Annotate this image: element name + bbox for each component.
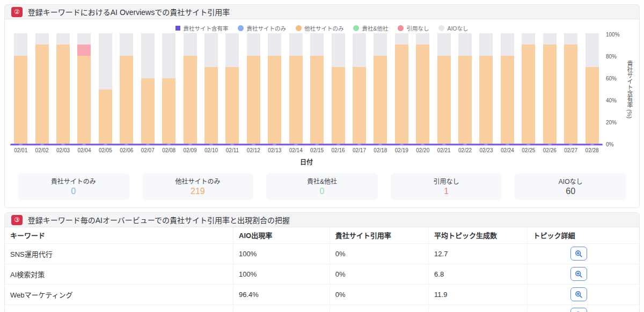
- line-point-marker: [209, 144, 213, 145]
- x-tick-02/11: 02/11: [222, 147, 243, 156]
- line-point-slot: [391, 144, 412, 145]
- stacked-bar-02/09[interactable]: [184, 33, 197, 145]
- legend-item-5[interactable]: AIOなし: [438, 24, 468, 32]
- stacked-bar-02/19[interactable]: [395, 33, 408, 145]
- bar-segment: [522, 44, 535, 145]
- line-point-slot: [475, 144, 496, 145]
- chart-panel-header: ② 登録キーワードにおけるAI Overviewsでの貴社サイト引用率: [5, 5, 639, 19]
- bar-segment: [332, 33, 345, 67]
- column-header-4: トピック詳細: [528, 227, 639, 243]
- stacked-bar-02/11[interactable]: [225, 33, 239, 145]
- legend-label: AIOなし: [447, 24, 468, 32]
- bar-segment: [77, 33, 91, 44]
- legend-item-2[interactable]: 他社サイトのみ: [296, 24, 344, 32]
- stacked-bar-02/08[interactable]: [162, 33, 175, 145]
- bar-slot-02/12: [243, 33, 264, 145]
- topic-detail-button-0[interactable]: [570, 247, 587, 261]
- line-point-marker: [82, 144, 86, 145]
- x-tick-02/28: 02/28: [581, 147, 602, 156]
- stacked-bar-02/26[interactable]: [543, 33, 557, 145]
- legend-label: 貴社&他社: [362, 24, 388, 32]
- stat-card-value: 0: [268, 187, 376, 196]
- bar-segment: [14, 33, 27, 56]
- legend-item-4[interactable]: 引用なし: [398, 24, 429, 32]
- line-point-slot: [95, 144, 116, 145]
- bar-segment: [543, 33, 557, 44]
- x-tick-02/20: 02/20: [412, 147, 433, 156]
- bar-slot-02/17: [349, 33, 370, 145]
- stacked-bar-02/13[interactable]: [268, 33, 281, 145]
- topic-detail-button-3[interactable]: [570, 308, 587, 312]
- cell-detail: [528, 284, 639, 304]
- stacked-bar-02/22[interactable]: [458, 33, 472, 145]
- stacked-bar-02/16[interactable]: [332, 33, 345, 145]
- line-point-marker: [400, 144, 404, 145]
- line-point-marker: [188, 144, 192, 145]
- cell-aio_rate: 25%: [233, 304, 330, 312]
- chart-plot: [10, 33, 603, 146]
- stacked-bar-02/04[interactable]: [77, 33, 91, 145]
- stacked-bar-02/27[interactable]: [564, 33, 577, 145]
- table-row-Webサイト制作: Webサイト制作25%0%3: [5, 304, 639, 312]
- stacked-bar-02/07[interactable]: [141, 33, 155, 145]
- stat-card-4: AIOなし60: [515, 173, 626, 200]
- stacked-bar-02/06[interactable]: [120, 33, 133, 145]
- stacked-bar-02/12[interactable]: [247, 33, 260, 145]
- stacked-bar-02/02[interactable]: [35, 33, 49, 145]
- legend-item-0[interactable]: 貴社サイト含有率: [175, 24, 228, 32]
- stacked-bar-02/14[interactable]: [289, 33, 303, 145]
- line-point-marker: [569, 144, 573, 145]
- stacked-bar-02/20[interactable]: [416, 33, 429, 145]
- bar-segment: [416, 33, 429, 44]
- line-point-slot: [116, 144, 137, 145]
- bar-slot-02/04: [74, 33, 94, 145]
- magnifier-plus-icon: [575, 291, 583, 299]
- x-tick-02/01: 02/01: [10, 147, 31, 156]
- cell-keyword: SNS運用代行: [5, 243, 233, 264]
- cell-avg_topics: 6.8: [429, 264, 528, 284]
- x-tick-02/13: 02/13: [264, 147, 285, 156]
- line-point-slot: [222, 144, 243, 145]
- stacked-bar-02/05[interactable]: [99, 33, 112, 145]
- x-axis-labels: 02/0102/0202/0302/0402/0502/0602/0702/08…: [10, 147, 603, 156]
- cell-detail: [528, 243, 639, 264]
- line-point-slot: [433, 144, 454, 145]
- column-header-2: 貴社サイト引用率: [330, 227, 428, 243]
- stat-card-1: 他社サイトのみ219: [142, 173, 254, 200]
- bar-segment: [353, 33, 366, 67]
- topic-detail-button-2[interactable]: [570, 287, 587, 301]
- stacked-bar-02/18[interactable]: [374, 33, 387, 145]
- x-tick-02/17: 02/17: [349, 147, 370, 156]
- x-tick-02/15: 02/15: [306, 147, 327, 156]
- x-tick-02/16: 02/16: [327, 147, 348, 156]
- bar-segment: [479, 56, 493, 145]
- legend-label: 貴社サイト含有率: [183, 24, 228, 32]
- keyword-table-panel: ③ 登録キーワード毎のAIオーバービューでの貴社サイト引用率と出現割合の把握 キ…: [4, 212, 640, 312]
- stacked-bar-02/25[interactable]: [522, 33, 535, 145]
- stacked-bar-02/15[interactable]: [310, 33, 324, 145]
- line-point-marker: [273, 144, 276, 145]
- stacked-bar-02/17[interactable]: [353, 33, 366, 145]
- stacked-bar-02/28[interactable]: [586, 33, 599, 145]
- topic-detail-button-1[interactable]: [570, 267, 587, 281]
- stacked-bar-02/03[interactable]: [56, 33, 70, 145]
- line-point-marker: [167, 144, 171, 145]
- x-tick-02/10: 02/10: [201, 147, 222, 156]
- legend-item-1[interactable]: 貴社サイトのみ: [238, 24, 286, 32]
- bar-slot-02/24: [497, 33, 518, 145]
- line-point-marker: [104, 144, 107, 145]
- x-tick-02/21: 02/21: [433, 147, 454, 156]
- legend-circle-icon: [296, 25, 302, 31]
- stacked-bar-02/10[interactable]: [204, 33, 218, 145]
- table-row-AI検索対策: AI検索対策100%0%6.8: [5, 264, 639, 284]
- stacked-bar-02/24[interactable]: [501, 33, 514, 145]
- stacked-bar-02/21[interactable]: [437, 33, 451, 145]
- stacked-bar-02/23[interactable]: [479, 33, 493, 145]
- line-point-marker: [252, 144, 255, 145]
- bar-segment: [458, 56, 472, 145]
- magnifier-plus-icon: [575, 270, 583, 278]
- legend-item-3[interactable]: 貴社&他社: [353, 24, 388, 32]
- cell-avg_topics: 11.9: [429, 284, 528, 304]
- stacked-bar-02/01[interactable]: [14, 33, 27, 145]
- y-axis-title: 貴社サイト含有率 (%): [625, 33, 634, 146]
